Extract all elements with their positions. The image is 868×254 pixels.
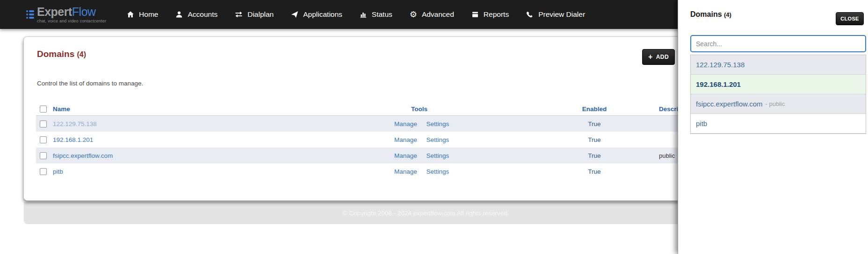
panel-title-count: (4) — [724, 11, 731, 18]
table-row: pitb Manage Settings True — [36, 163, 680, 179]
plus-icon: + — [648, 53, 653, 61]
nav-item-reports[interactable]: Reports — [471, 10, 509, 19]
nav-item-label: Home — [139, 10, 158, 19]
domain-item-label: pitb — [696, 120, 707, 127]
domain-switcher-panel: Domains (4) CLOSE 122.129.75.138 192.168… — [678, 0, 868, 254]
row-checkbox[interactable] — [40, 168, 47, 175]
domain-item-label: 192.168.1.201 — [696, 80, 741, 88]
domain-name-link[interactable]: 122.129.75.138 — [53, 120, 97, 127]
gear-icon: ⚙ — [410, 11, 417, 18]
add-button-label: ADD — [656, 54, 669, 60]
nav-item-label: Applications — [303, 10, 342, 19]
domain-name-link[interactable]: pitb — [53, 168, 63, 175]
nav-item-applications[interactable]: Applications — [291, 10, 342, 19]
page-title: Domains (4) — [37, 49, 680, 59]
logo-text-expert: Expert — [37, 5, 72, 18]
row-checkbox[interactable] — [40, 120, 47, 127]
page-title-count: (4) — [77, 50, 87, 58]
settings-link[interactable]: Settings — [427, 152, 449, 159]
table-header-row: Name Tools Enabled Description — [36, 103, 680, 116]
domain-item-label: fsipcc.expertflow.com — [696, 100, 763, 108]
domain-list: 122.129.75.138 192.168.1.201 fsipcc.expe… — [690, 55, 866, 134]
add-button[interactable]: + ADD — [642, 49, 675, 65]
page-title-text: Domains — [37, 49, 74, 59]
table-row: 122.129.75.138 Manage Settings True — [36, 116, 680, 132]
column-header-tools: Tools — [389, 106, 552, 113]
domain-list-item[interactable]: 122.129.75.138 — [691, 55, 866, 75]
nav-item-label: Accounts — [188, 10, 217, 19]
enabled-value: True — [552, 136, 637, 143]
table-row: 192.168.1.201 Manage Settings True — [36, 132, 680, 148]
nav-item-status[interactable]: Status — [360, 10, 392, 19]
domain-item-label: 122.129.75.138 — [696, 61, 745, 69]
manage-link[interactable]: Manage — [394, 168, 417, 175]
domain-item-suffix: - public — [766, 100, 785, 107]
column-header-name[interactable]: Name — [49, 106, 389, 113]
transfer-arrows-icon — [235, 11, 243, 18]
nav-item-dialplan[interactable]: Dialplan — [235, 10, 274, 19]
expertflow-logo[interactable]: ExpertFlow chat, voice and video contact… — [26, 6, 106, 23]
domain-list-item[interactable]: fsipcc.expertflow.com - public — [691, 94, 866, 114]
logo-text-flow: Flow — [72, 5, 96, 18]
nav-menu: Home Accounts Dialplan Applications Stat… — [127, 10, 585, 19]
paper-plane-icon — [291, 11, 298, 18]
nav-item-home[interactable]: Home — [127, 10, 158, 19]
enabled-value: True — [552, 168, 637, 175]
nav-item-label: Advanced — [422, 10, 454, 19]
nav-item-accounts[interactable]: Accounts — [175, 10, 217, 19]
panel-title: Domains (4) — [690, 10, 731, 19]
domain-list-item-active[interactable]: 192.168.1.201 — [691, 75, 866, 94]
settings-link[interactable]: Settings — [427, 120, 449, 127]
home-icon — [127, 11, 134, 18]
enabled-value: True — [552, 152, 637, 159]
select-all-cell — [36, 106, 49, 113]
description-value: public — [637, 152, 680, 159]
phone-icon — [526, 11, 534, 18]
domain-list-item[interactable]: pitb — [691, 114, 866, 134]
domain-name-link[interactable]: 192.168.1.201 — [53, 136, 93, 143]
column-header-enabled[interactable]: Enabled — [552, 106, 637, 113]
nav-item-label: Reports — [484, 10, 509, 19]
settings-link[interactable]: Settings — [427, 136, 449, 143]
manage-link[interactable]: Manage — [394, 152, 417, 159]
nav-item-advanced[interactable]: ⚙ Advanced — [410, 10, 454, 19]
select-all-checkbox[interactable] — [40, 106, 47, 113]
row-checkbox[interactable] — [40, 136, 47, 143]
panel-title-text: Domains — [690, 10, 722, 18]
manage-link[interactable]: Manage — [394, 120, 417, 127]
nav-item-label: Preview Dialer — [538, 10, 585, 19]
expertflow-logo-icon — [26, 10, 34, 19]
bar-chart-icon — [360, 11, 367, 18]
manage-link[interactable]: Manage — [394, 136, 417, 143]
nav-item-label: Dialplan — [247, 10, 274, 19]
logo-text: ExpertFlow chat, voice and video contact… — [37, 6, 106, 23]
settings-link[interactable]: Settings — [427, 168, 449, 175]
domain-search-input[interactable] — [690, 35, 866, 52]
table-row: fsipcc.expertflow.com Manage Settings Tr… — [36, 148, 680, 163]
logo-tagline: chat, voice and video contactcenter — [37, 19, 106, 23]
close-button[interactable]: CLOSE — [836, 12, 864, 25]
copyright-text: © Copyright 2008 - 2024 expertflow.com A… — [343, 210, 509, 217]
domain-name-link[interactable]: fsipcc.expertflow.com — [53, 152, 113, 159]
user-icon — [175, 11, 183, 18]
row-checkbox[interactable] — [40, 152, 47, 159]
domains-card: Domains (4) Control the list of domains … — [23, 36, 681, 201]
domains-table: Name Tools Enabled Description 122.129.7… — [36, 103, 680, 179]
reports-icon — [471, 11, 479, 18]
nav-item-label: Status — [372, 10, 392, 19]
enabled-value: True — [552, 120, 637, 127]
page-subtitle: Control the list of domains to manage. — [37, 80, 680, 87]
nav-item-preview-dialer[interactable]: Preview Dialer — [526, 10, 585, 19]
